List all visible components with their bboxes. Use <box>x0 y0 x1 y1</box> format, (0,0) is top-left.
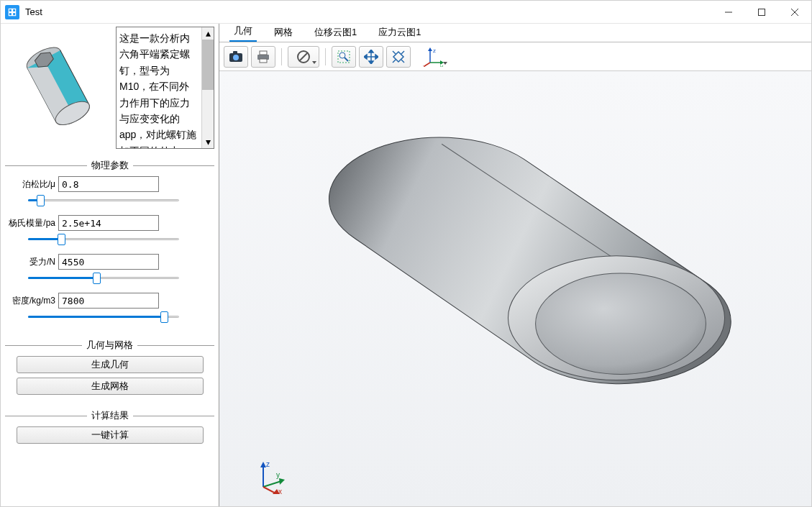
force-slider[interactable] <box>28 271 179 284</box>
pan-icon <box>364 50 378 64</box>
poisson-label: 泊松比/μ <box>5 178 58 191</box>
axis-y-label: y <box>276 471 280 479</box>
svg-marker-26 <box>364 55 367 59</box>
tab-stress[interactable]: 应力云图1 <box>374 23 425 42</box>
close-button[interactable] <box>778 1 811 23</box>
poisson-slider[interactable] <box>28 193 179 206</box>
svg-rect-1 <box>13 9 16 12</box>
axes-orientation-button[interactable]: z y x <box>418 46 450 68</box>
svg-rect-15 <box>260 51 267 55</box>
sidebar: 这是一款分析内六角平端紧定螺钉，型号为M10，在不同外力作用下的应力与应变变化的… <box>1 24 219 507</box>
stop-icon <box>296 50 311 64</box>
svg-line-32 <box>401 60 404 63</box>
svg-line-47 <box>263 481 281 487</box>
svg-rect-16 <box>260 59 267 63</box>
camera-icon <box>229 51 243 63</box>
window-title: Test <box>25 6 712 17</box>
tab-mesh[interactable]: 网格 <box>270 23 297 42</box>
description-box: 这是一款分析内六角平端紧定螺钉，型号为M10，在不同外力作用下的应力与应变变化的… <box>116 27 214 149</box>
svg-line-30 <box>401 51 404 54</box>
svg-marker-24 <box>369 50 373 52</box>
geometry-thumbnail <box>5 27 113 149</box>
pan-button[interactable] <box>359 46 383 68</box>
axis-z-label: z <box>266 460 270 468</box>
scroll-down-icon[interactable]: ▾ <box>202 136 214 148</box>
young-input[interactable] <box>58 215 159 231</box>
density-input[interactable] <box>58 293 159 309</box>
section-physics-label: 物理参数 <box>87 159 133 172</box>
svg-marker-25 <box>369 61 373 64</box>
svg-rect-3 <box>13 12 16 15</box>
svg-rect-2 <box>9 12 12 15</box>
svg-rect-5 <box>759 9 765 15</box>
description-text: 这是一款分析内六角平端紧定螺钉，型号为M10，在不同外力作用下的应力与应变变化的… <box>119 30 212 149</box>
dropdown-caret-icon <box>443 62 447 65</box>
fit-button[interactable] <box>386 46 411 68</box>
force-input[interactable] <box>58 254 159 270</box>
svg-rect-13 <box>233 51 237 54</box>
zoom-box-icon <box>337 50 351 64</box>
svg-point-44 <box>536 273 706 375</box>
zoom-box-button[interactable] <box>332 46 356 68</box>
generate-geometry-button[interactable]: 生成几何 <box>17 356 204 373</box>
density-label: 密度/kg/m3 <box>5 295 58 307</box>
scroll-up-icon[interactable]: ▴ <box>202 27 214 40</box>
main-panel: 几何 网格 位移云图1 应力云图1 <box>219 24 811 507</box>
tab-displacement[interactable]: 位移云图1 <box>310 23 361 42</box>
svg-line-31 <box>393 60 396 63</box>
xyz-axes-icon: z y x <box>423 47 444 67</box>
tab-geometry[interactable]: 几何 <box>229 22 257 42</box>
description-scrollbar[interactable]: ▴ ▾ <box>201 27 214 148</box>
svg-line-18 <box>299 52 308 61</box>
axis-x-label: x <box>278 488 282 494</box>
axis-triad-icon: z y x <box>252 458 288 494</box>
layers-button[interactable] <box>288 46 319 68</box>
svg-text:x: x <box>423 63 426 67</box>
svg-text:z: z <box>433 47 436 54</box>
svg-marker-34 <box>428 47 432 51</box>
fit-icon <box>391 50 406 64</box>
svg-point-20 <box>339 52 345 58</box>
young-slider[interactable] <box>28 232 179 245</box>
app-icon <box>5 5 19 19</box>
geometry-render <box>219 71 811 507</box>
titlebar: Test <box>1 1 811 24</box>
generate-mesh-button[interactable]: 生成网格 <box>17 378 204 395</box>
viewport-3d[interactable]: z y x <box>219 71 811 507</box>
printer-icon <box>256 50 270 63</box>
svg-rect-0 <box>9 9 12 12</box>
poisson-input[interactable] <box>58 176 159 192</box>
dropdown-caret-icon <box>312 61 316 64</box>
svg-point-12 <box>233 55 239 60</box>
toolbar: z y x <box>219 42 811 71</box>
minimize-button[interactable] <box>712 1 745 23</box>
section-result-label: 计算结果 <box>87 409 133 422</box>
tabs: 几何 网格 位移云图1 应力云图1 <box>219 24 811 42</box>
maximize-button[interactable] <box>745 1 778 23</box>
section-geom-label: 几何与网格 <box>82 339 137 352</box>
snapshot-button[interactable] <box>224 46 248 68</box>
compute-button[interactable]: 一键计算 <box>17 426 204 444</box>
svg-marker-27 <box>375 55 378 59</box>
density-slider[interactable] <box>28 310 179 323</box>
young-label: 杨氏模量/pa <box>5 217 58 229</box>
svg-marker-48 <box>279 478 285 485</box>
print-button[interactable] <box>251 46 275 68</box>
svg-line-29 <box>393 51 396 54</box>
svg-line-21 <box>345 58 348 61</box>
svg-marker-46 <box>260 462 266 467</box>
force-label: 受力/N <box>5 256 58 268</box>
